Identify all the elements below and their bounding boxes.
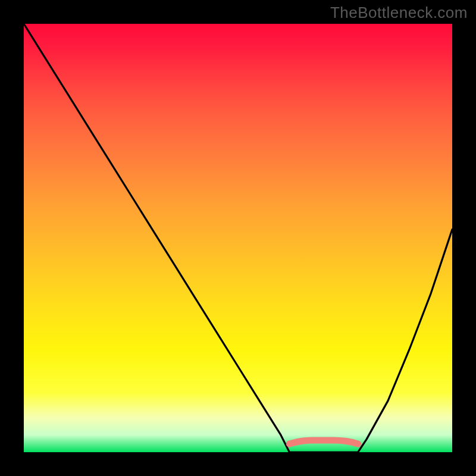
chart-svg	[24, 24, 452, 452]
watermark-text: TheBottleneck.com	[330, 4, 468, 22]
chart-frame: TheBottleneck.com	[0, 0, 476, 476]
bottleneck-curve	[24, 24, 452, 452]
plot-area	[24, 24, 452, 452]
plateau-segment	[289, 440, 358, 444]
